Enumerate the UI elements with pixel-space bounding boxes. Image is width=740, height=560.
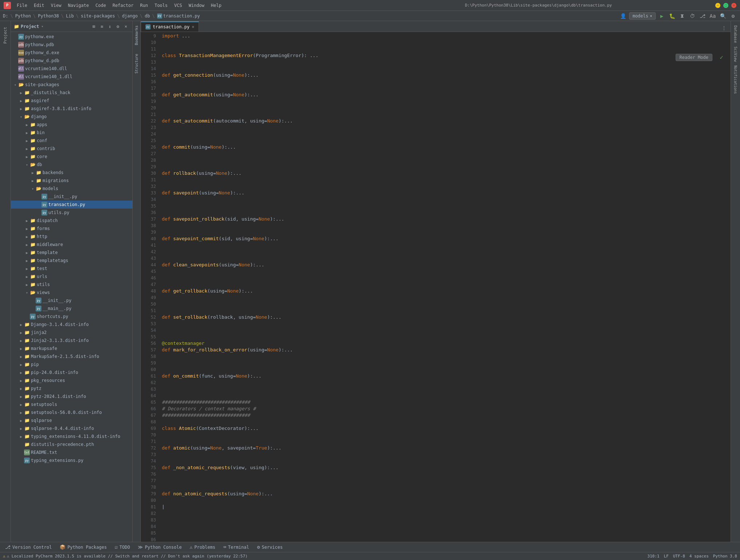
tab-close-btn[interactable]: ×: [192, 24, 194, 29]
tree-item[interactable]: ▶📁core: [11, 153, 132, 161]
bottom-tab-services[interactable]: ⚙Services: [253, 543, 287, 552]
menu-refactor[interactable]: Refactor: [109, 2, 136, 9]
tree-item[interactable]: ▶📁asgiref: [11, 97, 132, 105]
menu-run[interactable]: Run: [137, 2, 151, 9]
bottom-tab-python-console[interactable]: ≫Python Console: [134, 543, 185, 552]
tree-item[interactable]: ▶📁urls: [11, 273, 132, 281]
run-btn[interactable]: ▶: [658, 12, 666, 20]
python-version[interactable]: Python 3.8: [713, 554, 737, 559]
tree-item[interactable]: ▾📂views: [11, 289, 132, 297]
tree-item[interactable]: ▶📁middleware: [11, 241, 132, 249]
code-area[interactable]: import ...class TransactionManagementErr…: [159, 32, 731, 542]
structure-tab[interactable]: Structure: [133, 51, 140, 76]
tree-item[interactable]: ▶📁markupsafe: [11, 345, 132, 352]
proj-list-btn[interactable]: ≡: [98, 23, 105, 30]
database-tab[interactable]: Database: [732, 24, 740, 44]
tree-item[interactable]: ▶📁setuptools: [11, 400, 132, 408]
tree-item[interactable]: pdbpythonw.pdb: [11, 41, 132, 49]
proj-sync-btn[interactable]: ⊞: [90, 23, 97, 30]
bookmarks-tab[interactable]: Bookmarks: [133, 23, 140, 48]
breadcrumb-file[interactable]: py transaction.py: [157, 13, 200, 19]
search-btn[interactable]: 🔍: [719, 12, 727, 20]
sciview-tab[interactable]: SciView: [732, 45, 740, 63]
tree-item[interactable]: pytransaction.py: [11, 201, 132, 209]
cursor-position[interactable]: 310:1: [647, 554, 659, 559]
tree-item[interactable]: ▶📁pytz-2024.1.dist-info: [11, 392, 132, 400]
tree-item[interactable]: 📁distutils-precedence.pth: [11, 440, 132, 448]
tree-item[interactable]: ▾📂django: [11, 113, 132, 121]
tab-action-btn[interactable]: ⋮: [720, 24, 728, 32]
tree-item[interactable]: ▶📁Django-3.1.4.dist-info: [11, 321, 132, 329]
tree-item[interactable]: ▶📁http: [11, 233, 132, 241]
tree-item[interactable]: ▶📁_distutils_hack: [11, 89, 132, 97]
tree-item[interactable]: ▾📂models: [11, 185, 132, 193]
profile-btn[interactable]: ⏱: [688, 12, 696, 20]
tree-item[interactable]: ▶📁templatetags: [11, 257, 132, 265]
menu-vcs[interactable]: VCS: [171, 2, 185, 9]
tree-item[interactable]: ▶📁test: [11, 265, 132, 273]
tree-item[interactable]: pyutils.py: [11, 209, 132, 217]
tree-item[interactable]: py__init__.py: [11, 193, 132, 201]
reader-mode-button[interactable]: Reader Mode: [676, 54, 712, 61]
settings-btn[interactable]: ⚙: [729, 12, 737, 20]
tree-item[interactable]: ▶📁asgiref-3.8.1.dist-info: [11, 105, 132, 113]
close-button[interactable]: ×: [731, 3, 736, 8]
notifications-tab[interactable]: Notifications: [732, 64, 740, 95]
breadcrumb-python38[interactable]: Python38: [38, 13, 59, 19]
line-ending[interactable]: LF: [664, 554, 668, 559]
tree-item[interactable]: ▶📁dispatch: [11, 217, 132, 225]
breadcrumb-db[interactable]: db: [145, 13, 150, 19]
breadcrumb-python[interactable]: Python: [15, 13, 31, 19]
tree-item[interactable]: py__init__.py: [11, 297, 132, 305]
tab-transaction[interactable]: py transaction.py ×: [141, 21, 199, 32]
project-sidebar-label[interactable]: Project: [3, 25, 8, 45]
breadcrumb-django[interactable]: django: [122, 13, 137, 19]
tree-item[interactable]: ▶📁sqlparse: [11, 416, 132, 424]
menu-file[interactable]: File: [14, 2, 30, 9]
tree-item[interactable]: ▶📁MarkupSafe-2.1.5.dist-info: [11, 352, 132, 360]
tree-item[interactable]: pdbpythonw_d.pdb: [11, 57, 132, 65]
tree-item[interactable]: ▶📁pip: [11, 360, 132, 368]
tree-item[interactable]: ▶📁bin: [11, 129, 132, 137]
project-dropdown-arrow[interactable]: ▾: [41, 24, 44, 28]
user-icon-btn[interactable]: 👤: [619, 12, 627, 20]
tree-item[interactable]: ▶📁backends: [11, 169, 132, 177]
bottom-tab-problems[interactable]: ⚠Problems: [186, 543, 219, 552]
tree-item[interactable]: exepythonw_d.exe: [11, 49, 132, 57]
bottom-tab-version-control[interactable]: ⎇Version Control: [1, 543, 55, 552]
tree-item[interactable]: ▶📁forms: [11, 225, 132, 233]
menu-navigate[interactable]: Navigate: [65, 2, 92, 9]
menu-edit[interactable]: Edit: [31, 2, 47, 9]
tree-item[interactable]: ▶📁pytz: [11, 384, 132, 392]
tree-item[interactable]: dllvcruntime140.dll: [11, 65, 132, 73]
bottom-tab-todo[interactable]: ☑TODO: [111, 543, 134, 552]
tree-item[interactable]: ▶📁apps: [11, 121, 132, 129]
tree-item[interactable]: ▶📁Jinja2-3.1.3.dist-info: [11, 337, 132, 345]
models-dropdown[interactable]: models ▾: [629, 12, 656, 20]
breadcrumb-site-packages[interactable]: site-packages: [81, 13, 115, 19]
bottom-tab-terminal[interactable]: ⌨Terminal: [220, 543, 253, 552]
tree-item[interactable]: pyshortcuts.py: [11, 313, 132, 321]
tree-item[interactable]: ▾📂db: [11, 161, 132, 169]
tree-item[interactable]: ▶📁sqlparse-0.4.4.dist-info: [11, 424, 132, 432]
maximize-button[interactable]: □: [723, 3, 728, 8]
tree-item[interactable]: pypythonw.exe: [11, 33, 132, 41]
tree-item[interactable]: txtREADME.txt: [11, 448, 132, 456]
tree-item[interactable]: ▶📁contrib: [11, 145, 132, 153]
breadcrumb-lib[interactable]: Lib: [66, 13, 74, 19]
tree-item[interactable]: ▶📁pkg_resources: [11, 376, 132, 384]
tree-item[interactable]: ▶📁migrations: [11, 177, 132, 185]
tree-item[interactable]: ▶📁template: [11, 249, 132, 257]
encoding[interactable]: UTF-8: [673, 554, 685, 559]
tree-item[interactable]: dllvcruntime140_1.dll: [11, 73, 132, 81]
tree-item[interactable]: pytyping_extensions.py: [11, 456, 132, 464]
menu-help[interactable]: Help: [208, 2, 224, 9]
indentation[interactable]: 4 spaces: [689, 554, 709, 559]
menu-code[interactable]: Code: [93, 2, 109, 9]
coverage-btn[interactable]: ⧗: [678, 12, 686, 20]
tree-item[interactable]: ▶📁utils: [11, 281, 132, 289]
git-btn[interactable]: ⎇: [699, 12, 707, 20]
breadcrumb-d[interactable]: D:: [3, 13, 8, 19]
tree-item[interactable]: py__main__.py: [11, 305, 132, 313]
proj-close-btn[interactable]: ×: [122, 23, 129, 30]
